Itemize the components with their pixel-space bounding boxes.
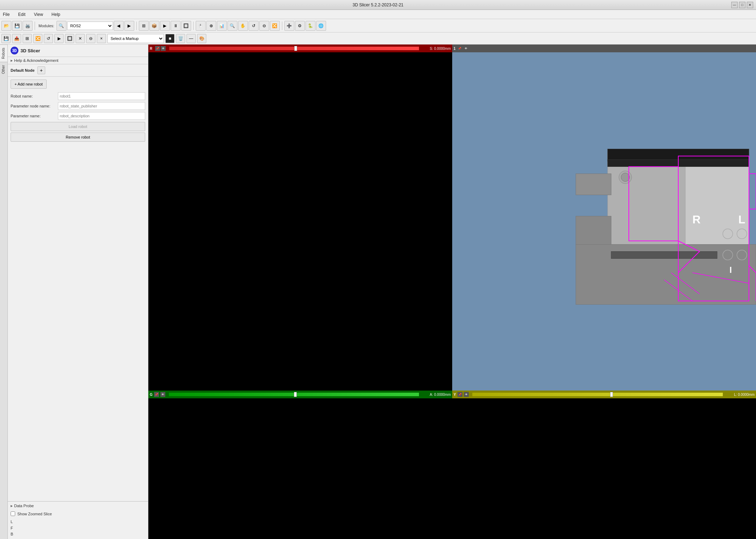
open-file-button[interactable]: 📂 [1, 21, 11, 31]
top-viewers: R 📌 👁 S: 0.0000mm 1 📌 [148, 45, 756, 391]
green-slider-track[interactable] [169, 393, 419, 396]
3d-viewer-content[interactable]: R L I [452, 52, 756, 391]
restore-button[interactable]: □ [739, 2, 745, 8]
prev-module-button[interactable]: ◀ [114, 21, 124, 31]
markup-btn-4[interactable]: 🔀 [33, 34, 42, 43]
yellow-viewer: Y 📌 👁 L: 0.0000mm [452, 391, 756, 539]
close-button[interactable]: ✕ [747, 2, 753, 8]
layout-button-1[interactable]: ⊞ [139, 21, 149, 31]
remove-robot-button[interactable]: Remove robot [11, 133, 145, 142]
yellow-slider-track[interactable] [472, 393, 723, 396]
f-label: F [11, 525, 145, 532]
module-selector[interactable]: ROS2 [67, 22, 113, 30]
robot-name-row: Robot name: [11, 92, 145, 100]
layout-button-3[interactable]: ▶ [160, 21, 170, 31]
ext-button[interactable]: 🌐 [316, 21, 326, 31]
python-button[interactable]: 🐍 [306, 21, 315, 31]
toolbar-view-group: 🖱️ ⊕ 📊 🔍 ✋ ↺ ⊖ 🔀 [196, 21, 280, 31]
main-toolbar: 📂 💾 🖨️ Modules: 🔍 ROS2 ◀ ▶ ⊞ 📦 ▶ ⏸ 🔲 🖱️ … [0, 19, 756, 33]
print-button[interactable]: 🖨️ [23, 21, 33, 31]
default-node-label: Default Node [11, 68, 35, 72]
red-slider-track[interactable] [169, 47, 419, 50]
help-section[interactable]: ▶ Help & Acknowledgement [8, 57, 148, 64]
markup-black-btn[interactable]: ■ [165, 34, 175, 43]
search-modules-button[interactable]: 🔍 [57, 21, 66, 31]
help-header[interactable]: ▶ Help & Acknowledgement [11, 58, 145, 63]
markup-btn-3[interactable]: ⊞ [23, 34, 32, 43]
red-slider-thumb[interactable] [294, 46, 297, 51]
menu-help[interactable]: Help [50, 11, 62, 18]
vertical-tabs: Robots Other [0, 45, 8, 539]
yellow-eye-button[interactable]: 👁 [464, 392, 469, 397]
markup-del-btn[interactable]: 🗑️ [176, 34, 185, 43]
markup-btn-5[interactable]: ↺ [44, 34, 53, 43]
markup-btn-1[interactable]: 💾 [1, 34, 11, 43]
param-node-row: Parameter node name: [11, 102, 145, 110]
load-robot-button[interactable]: Load robot [11, 122, 145, 131]
other-tab[interactable]: Other [0, 62, 7, 77]
add-robot-button[interactable]: + Add new robot [11, 80, 47, 89]
robots-tab[interactable]: Robots [0, 45, 7, 62]
markup-btn-2[interactable]: 📤 [12, 34, 21, 43]
transform-button[interactable]: ⚙ [295, 21, 305, 31]
3d-viewer-header: 1 📌 👁 [452, 45, 756, 52]
toolbar-layout-group: ⊞ 📦 ▶ ⏸ 🔲 [139, 21, 191, 31]
green-pin-button[interactable]: 📌 [154, 392, 159, 397]
red-viewer-content[interactable] [148, 52, 452, 391]
green-eye-button[interactable]: 👁 [160, 392, 165, 397]
sidebar-inner: 3D 3D Slicer ▶ Help & Acknowledgement De… [8, 45, 148, 539]
markup-btn-9[interactable]: ⊖ [86, 34, 95, 43]
slicer-logo: 3D [11, 47, 18, 54]
zoom-button[interactable]: 🔍 [228, 21, 237, 31]
menu-edit[interactable]: Edit [17, 11, 27, 18]
yellow-viewer-content[interactable] [452, 398, 756, 539]
cursor-button[interactable]: 🖱️ [196, 21, 206, 31]
pan-button[interactable]: ✋ [238, 21, 248, 31]
show-zoomed-checkbox[interactable] [11, 511, 15, 516]
next-module-button[interactable]: ▶ [124, 21, 134, 31]
add-default-node-button[interactable]: + [37, 66, 45, 74]
green-slider-thumb[interactable] [294, 392, 297, 397]
red-viewer-label: R [150, 47, 152, 51]
markup-btn-8[interactable]: ✕ [76, 34, 85, 43]
red-eye-button[interactable]: 👁 [161, 46, 166, 51]
red-pin-button[interactable]: 📌 [155, 46, 160, 51]
layout-button-5[interactable]: 🔲 [181, 21, 191, 31]
menu-file[interactable]: File [1, 11, 11, 18]
add-button[interactable]: ➕ [284, 21, 294, 31]
slice-button[interactable]: ⊖ [259, 21, 269, 31]
minimize-button[interactable]: — [731, 2, 738, 8]
toolbar-sep-1 [35, 22, 35, 30]
markup-toolbar: 💾 📤 ⊞ 🔀 ↺ ▶ 🔲 ✕ ⊖ × Select a Markup ■ 🗑️… [0, 33, 756, 45]
green-viewer-content[interactable] [148, 398, 452, 539]
3d-eye-button[interactable]: 👁 [463, 46, 468, 51]
data-probe-header[interactable]: ▶ Data Probe [11, 504, 145, 508]
param-node-input[interactable] [58, 102, 145, 110]
layout-button-4[interactable]: ⏸ [171, 21, 181, 31]
markup-btn-6[interactable]: ▶ [54, 34, 64, 43]
yellow-slider-thumb[interactable] [610, 392, 613, 397]
show-zoomed-label: Show Zoomed Slice [17, 512, 52, 516]
markup-color-btn[interactable]: 🎨 [197, 34, 206, 43]
viewer-area: R 📌 👁 S: 0.0000mm 1 📌 [148, 45, 756, 539]
rotate-button[interactable]: ↺ [249, 21, 259, 31]
yellow-pin-button[interactable]: 📌 [457, 392, 462, 397]
blend-button[interactable]: 🔀 [270, 21, 280, 31]
toolbar-extra-group: ➕ ⚙ 🐍 🌐 [284, 21, 326, 31]
help-triangle: ▶ [11, 59, 13, 62]
data-probe-section: ▶ Data Probe [8, 501, 148, 510]
window-level-button[interactable]: 📊 [217, 21, 227, 31]
robot-name-input[interactable] [58, 92, 145, 100]
param-name-row: Parameter name: [11, 112, 145, 120]
param-name-input[interactable] [58, 112, 145, 120]
crosshair-button[interactable]: ⊕ [206, 21, 216, 31]
select-markup-dropdown[interactable]: Select a Markup [107, 34, 164, 43]
save-button[interactable]: 💾 [12, 21, 22, 31]
layout-button-2[interactable]: 📦 [149, 21, 159, 31]
markup-btn-7[interactable]: 🔲 [65, 34, 74, 43]
sidebar: Robots Other 3D 3D Slicer ▶ Help & Ackno… [0, 45, 148, 539]
menu-view[interactable]: View [33, 11, 45, 18]
markup-btn-10[interactable]: × [97, 34, 106, 43]
3d-pin-button[interactable]: 📌 [457, 46, 462, 51]
markup-minus-btn[interactable]: — [187, 34, 196, 43]
